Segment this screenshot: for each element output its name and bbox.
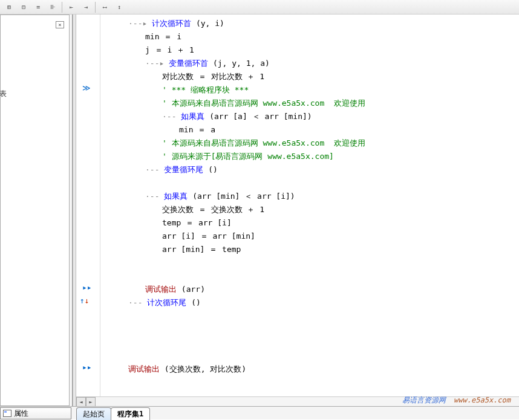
gutter-mark: ▸▸ <box>82 363 92 372</box>
code-line[interactable] <box>100 336 519 349</box>
code-line[interactable] <box>100 309 519 323</box>
tab-start-page[interactable]: 起始页 <box>76 407 111 420</box>
toolbar: ⊞ ⊟ ≡ ⊪ ⇤ ⇥ ⟷ ↕ <box>0 0 519 15</box>
code-line[interactable] <box>100 270 519 283</box>
toolbar-btn-4[interactable]: ⊪ <box>46 1 59 13</box>
code-line[interactable]: min ＝ i <box>100 30 519 44</box>
left-panel: × 表 <box>0 15 73 406</box>
code-line[interactable] <box>100 176 519 190</box>
code-line[interactable] <box>100 349 519 363</box>
code-line[interactable]: ·-- 如果真 (arr [a] ＜ arr [min]) <box>100 110 519 123</box>
code-line[interactable]: ·--▸ 变量循环首 (j, y, 1, a) <box>100 57 519 70</box>
code-line[interactable]: 调试输出 (arr) <box>100 283 519 296</box>
code-line[interactable]: ·-- 计次循环尾 () <box>100 296 519 309</box>
watermark: 易语言资源网 www.e5a5x.com <box>402 395 511 405</box>
gutter-mark: ≫ <box>82 83 91 92</box>
properties-label: 属性 <box>14 409 28 419</box>
code-line[interactable]: arr [min] ＝ temp <box>100 243 519 256</box>
code-line[interactable]: ·-- 如果真 (arr [min] ＜ arr [i]) <box>100 190 519 203</box>
tab-program-set-1[interactable]: 程序集1 <box>111 407 150 420</box>
code-line[interactable]: ' *** 缩略程序块 *** <box>100 83 519 97</box>
watermark-text-1: 易语言资源网 <box>402 396 446 404</box>
scroll-right-button[interactable]: ► <box>86 397 96 406</box>
code-line[interactable]: ' 本源码来自易语言源码网 www.e5a5x.com 欢迎使用 <box>100 97 519 110</box>
properties-icon <box>3 410 11 417</box>
gutter-mark: ▸▸ <box>82 283 92 292</box>
toolbar-btn-8[interactable]: ↕ <box>113 1 126 13</box>
toolbar-btn-6[interactable]: ⇥ <box>79 1 93 13</box>
gutter: ≫▸▸↑↓▸▸ <box>76 15 100 406</box>
bottom-bar: 属性 起始页 程序集1 <box>0 406 519 419</box>
toolbar-btn-5[interactable]: ⇤ <box>65 1 78 13</box>
watermark-text-2: www.e5a5x.com <box>454 396 511 404</box>
code-line[interactable]: arr [i] ＝ arr [min] <box>100 230 519 243</box>
code-line[interactable]: ·--▸ 计次循环首 (y, i) <box>100 17 519 30</box>
gutter-mark: ↑↓ <box>80 296 90 305</box>
code-line[interactable] <box>100 256 519 270</box>
toolbar-separator <box>95 2 96 13</box>
scroll-left-button[interactable]: ◄ <box>76 397 86 406</box>
properties-button[interactable]: 属性 <box>0 407 71 419</box>
toolbar-btn-3[interactable]: ≡ <box>31 1 45 13</box>
main-area: × 表 ≫▸▸↑↓▸▸ ·--▸ 计次循环首 (y, i)min ＝ ij ＝ … <box>0 15 519 406</box>
code-line[interactable] <box>100 323 519 336</box>
toolbar-separator <box>62 2 62 13</box>
close-icon[interactable]: × <box>56 21 64 28</box>
code-line[interactable]: ' 源码来源于[易语言源码网 www.e5a5x.com] <box>100 150 519 163</box>
toolbar-btn-1[interactable]: ⊞ <box>2 1 16 13</box>
editor-tabs: 起始页 程序集1 <box>76 406 149 419</box>
left-panel-label: 表 <box>0 89 7 99</box>
code-line[interactable]: ·-- 变量循环尾 () <box>100 163 519 176</box>
code-line[interactable]: j ＝ i ＋ 1 <box>100 44 519 57</box>
code-line[interactable]: 对比次数 ＝ 对比次数 ＋ 1 <box>100 70 519 83</box>
code-line[interactable]: ' 本源码来自易语言源码网 www.e5a5x.com 欢迎使用 <box>100 137 519 150</box>
code-line[interactable]: 调试输出 (交换次数, 对比次数) <box>100 363 519 376</box>
toolbar-btn-2[interactable]: ⊟ <box>17 1 30 13</box>
code-editor[interactable]: ≫▸▸↑↓▸▸ ·--▸ 计次循环首 (y, i)min ＝ ij ＝ i ＋ … <box>76 15 519 406</box>
left-panel-inner: × 表 <box>0 15 70 406</box>
code-line[interactable]: 交换次数 ＝ 交换次数 ＋ 1 <box>100 203 519 216</box>
code-content[interactable]: ·--▸ 计次循环首 (y, i)min ＝ ij ＝ i ＋ 1·--▸ 变量… <box>100 15 519 395</box>
code-line[interactable]: temp ＝ arr [i] <box>100 216 519 230</box>
toolbar-btn-7[interactable]: ⟷ <box>98 1 111 13</box>
code-line[interactable]: min ＝ a <box>100 123 519 137</box>
